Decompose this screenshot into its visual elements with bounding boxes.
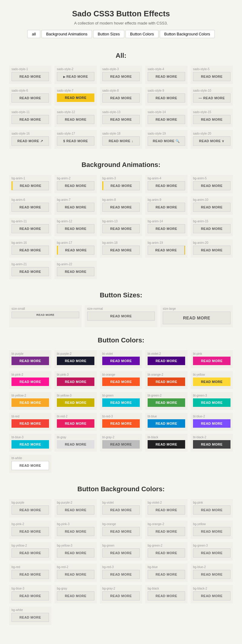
tab-button-bg-colors[interactable]: Button Background Colors: [160, 30, 215, 38]
btn-bg-red-2[interactable]: READ MORE: [57, 570, 94, 579]
btn-bt-purple[interactable]: READ MORE: [11, 357, 49, 365]
btn-bt-purple-2[interactable]: READ MORE: [57, 357, 94, 365]
btn-bga-4[interactable]: READ MORE: [148, 181, 185, 190]
btn-size-small[interactable]: READ MORE: [11, 312, 79, 318]
btn-sado-7[interactable]: READ MORE: [57, 93, 94, 102]
btn-bg-red-3[interactable]: READ MORE: [102, 570, 140, 579]
btn-bga-7[interactable]: READ MORE: [57, 203, 94, 212]
btn-bga-19[interactable]: READ MORE: [148, 246, 185, 255]
btn-bg-violet[interactable]: READ MORE: [102, 505, 140, 515]
btn-bg-gray[interactable]: READ MORE: [57, 591, 94, 600]
btn-bga-9[interactable]: READ MORE: [148, 203, 185, 212]
btn-bga-15[interactable]: READ MORE: [193, 224, 231, 233]
btn-bg-red[interactable]: READ MORE: [11, 570, 49, 579]
btn-sado-19[interactable]: READ MORE 🔍: [148, 136, 185, 146]
btn-bga-6[interactable]: READ MORE: [11, 203, 49, 212]
btn-bg-blue[interactable]: READ MORE: [148, 570, 185, 579]
btn-sado-6[interactable]: READ MORE: [11, 93, 49, 103]
btn-sado-20[interactable]: READ MORE ∨: [193, 136, 231, 146]
tab-bg-animations[interactable]: Background Animations: [41, 30, 92, 38]
btn-sado-5[interactable]: READ MORE: [193, 72, 231, 81]
btn-sado-11[interactable]: READ MORE: [11, 115, 49, 124]
btn-bg-yellow-3[interactable]: READ MORE: [57, 548, 94, 557]
btn-bt-black-2[interactable]: READ MORE: [193, 440, 231, 449]
btn-bga-2[interactable]: READ MORE: [57, 181, 94, 190]
btn-bt-blue-2[interactable]: READ MORE: [193, 419, 231, 428]
btn-sado-15[interactable]: READ MORE: [193, 115, 231, 124]
btn-sado-2[interactable]: READ MORE: [57, 72, 94, 81]
btn-sado-9[interactable]: READ MORE: [148, 93, 185, 103]
btn-sado-14[interactable]: READ MORE: [148, 115, 185, 124]
btn-bt-red-2[interactable]: READ MORE: [57, 419, 94, 428]
btn-bt-yellow-3[interactable]: READ MORE: [57, 398, 94, 407]
btn-bt-black[interactable]: READ MORE: [148, 440, 185, 449]
btn-sado-17[interactable]: $ READ MORE: [57, 136, 94, 145]
btn-sado-13[interactable]: READ MORE: [102, 115, 140, 124]
btn-bt-pink-3[interactable]: READ MORE: [57, 378, 94, 386]
btn-bga-11[interactable]: READ MORE: [11, 224, 49, 233]
btn-bg-yellow[interactable]: READ MORE: [193, 527, 231, 536]
btn-bg-orange[interactable]: READ MORE: [102, 527, 140, 536]
btn-bga-22[interactable]: READ MORE: [57, 267, 94, 276]
btn-bga-10[interactable]: READ MORE: [193, 203, 231, 212]
btn-bg-green-3[interactable]: READ MORE: [193, 548, 231, 557]
btn-sado-10[interactable]: — READ MORE: [193, 93, 231, 103]
btn-bg-black[interactable]: READ MORE: [148, 591, 185, 600]
tab-button-sizes[interactable]: Button Sizes: [93, 30, 124, 38]
btn-bga-21[interactable]: READ MORE: [11, 267, 49, 276]
btn-bg-pink-2[interactable]: READ MORE: [11, 527, 49, 536]
btn-sado-12[interactable]: READ MORE: [57, 115, 94, 124]
btn-sado-3[interactable]: READ MORE: [102, 72, 140, 81]
btn-sado-4[interactable]: READ MORE: [148, 72, 185, 81]
btn-bg-blue-3[interactable]: READ MORE: [11, 591, 49, 600]
btn-sado-1[interactable]: READ MORE: [11, 72, 49, 81]
btn-bt-red[interactable]: READ MORE: [11, 419, 49, 428]
btn-bg-green-2[interactable]: READ MORE: [148, 548, 185, 557]
btn-bt-orange[interactable]: READ MORE: [102, 378, 140, 386]
btn-bga-12[interactable]: READ MORE: [57, 224, 94, 233]
btn-bt-pink-2[interactable]: READ MORE: [11, 378, 49, 386]
btn-bg-purple-2[interactable]: READ MORE: [57, 505, 94, 515]
tab-all[interactable]: all: [27, 30, 40, 38]
btn-bg-orange-2[interactable]: READ MORE: [148, 527, 185, 536]
btn-bga-17[interactable]: READ MORE: [57, 246, 94, 255]
btn-bga-3[interactable]: READ MORE: [102, 181, 140, 190]
btn-bga-1[interactable]: READ MORE: [11, 181, 49, 190]
btn-bt-blue-3[interactable]: READ MORE: [11, 440, 49, 449]
btn-bt-red-3[interactable]: READ MORE: [102, 419, 140, 428]
btn-bg-white[interactable]: READ MORE: [11, 613, 49, 622]
tab-button-colors[interactable]: Button Colors: [126, 30, 159, 38]
btn-sado-18[interactable]: READ MORE ↓: [102, 136, 140, 145]
btn-bg-gray-2[interactable]: READ MORE: [102, 591, 140, 600]
btn-bg-blue-2[interactable]: READ MORE: [193, 570, 231, 579]
btn-bga-18[interactable]: READ MORE: [102, 246, 140, 255]
btn-bg-pink[interactable]: READ MORE: [193, 505, 231, 515]
btn-bt-green-3[interactable]: READ MORE: [193, 398, 231, 407]
btn-bg-green[interactable]: READ MORE: [102, 548, 140, 557]
btn-bt-gray[interactable]: READ MORE: [57, 440, 94, 449]
btn-bt-blue[interactable]: READ MORE: [148, 419, 185, 428]
btn-bga-8[interactable]: READ MORE: [102, 203, 140, 212]
btn-bg-violet-2[interactable]: READ MORE: [148, 505, 185, 515]
btn-bt-pink[interactable]: READ MORE: [193, 357, 231, 365]
btn-bga-13[interactable]: READ MORE: [102, 224, 140, 233]
btn-bg-yellow-2[interactable]: READ MORE: [11, 548, 49, 557]
btn-bg-pink-3[interactable]: READ MORE: [57, 527, 94, 536]
btn-bt-violet-2[interactable]: READ MORE: [148, 357, 185, 365]
btn-bg-purple[interactable]: READ MORE: [11, 505, 49, 515]
btn-bt-green[interactable]: READ MORE: [102, 398, 140, 407]
btn-bga-14[interactable]: READ MORE: [148, 224, 185, 233]
btn-size-large[interactable]: READ MORE: [163, 312, 231, 324]
btn-sado-8[interactable]: READ MORE: [102, 93, 140, 103]
btn-bt-yellow-2[interactable]: READ MORE: [11, 398, 49, 407]
btn-size-normal[interactable]: READ MORE: [87, 312, 155, 321]
btn-bga-16[interactable]: READ MORE: [11, 246, 49, 255]
btn-bt-white[interactable]: READ MORE: [11, 461, 49, 470]
btn-bt-orange-2[interactable]: READ MORE: [148, 378, 185, 386]
btn-bt-violet[interactable]: READ MORE: [102, 357, 140, 365]
btn-bga-5[interactable]: READ MORE: [193, 181, 231, 190]
btn-bt-yellow[interactable]: READ MORE: [193, 378, 231, 386]
btn-bt-green-2[interactable]: READ MORE: [148, 398, 185, 407]
btn-bg-black-2[interactable]: READ MORE: [193, 591, 231, 600]
btn-sado-16[interactable]: READ MORE ↗: [11, 136, 49, 146]
